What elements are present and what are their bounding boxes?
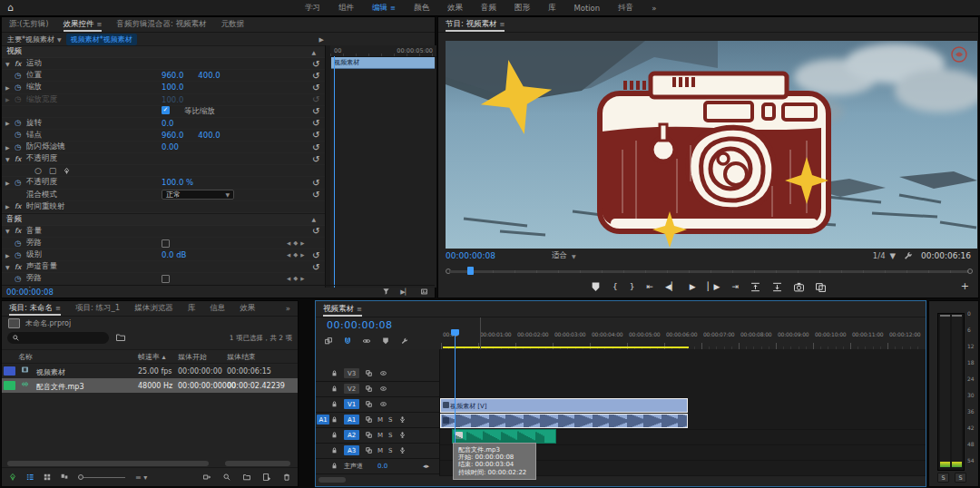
trash-icon[interactable] xyxy=(283,473,290,481)
expand-icon[interactable]: ▶ xyxy=(5,144,15,151)
tab-project-0[interactable]: 项目: 未命名≡ xyxy=(9,301,61,316)
property-value[interactable]: 400.0 xyxy=(198,71,220,80)
fit-dropdown[interactable]: 适合 ▼ xyxy=(552,250,576,261)
panel-menu-icon[interactable]: ≡ xyxy=(97,21,103,28)
workspace-tab-颜色[interactable]: 颜色 xyxy=(414,3,429,14)
workspace-overflow[interactable]: » xyxy=(652,4,656,13)
reset-parameter-icon[interactable]: ↺ xyxy=(312,130,319,140)
fx-badge-icon[interactable]: fx xyxy=(15,227,26,235)
effect-section-header[interactable]: 视频▲ xyxy=(2,45,325,58)
audio-track-header-A2[interactable]: A2MS xyxy=(316,427,439,444)
sync-lock-icon[interactable] xyxy=(366,432,372,438)
collapse-icon[interactable]: ▲ xyxy=(311,216,316,222)
tab-project-3[interactable]: 库 xyxy=(188,301,196,316)
property-value[interactable]: 960.0 xyxy=(162,71,183,80)
timeline-timecode[interactable]: 00:00:00:08 xyxy=(327,319,393,331)
effect-row[interactable]: ▼fx运动↺ xyxy=(2,58,325,70)
workspace-tab-音频[interactable]: 音频 xyxy=(481,3,496,14)
master-clip-label[interactable]: 主要*视频素材 xyxy=(7,34,54,44)
effect-row[interactable]: ▶fx时间重映射 xyxy=(2,201,325,213)
fx-badge-icon[interactable]: fx xyxy=(15,263,26,271)
video-track-header-V2[interactable]: V2 xyxy=(316,381,439,397)
mute-button[interactable]: M xyxy=(377,447,383,454)
icon-view-icon[interactable] xyxy=(44,473,51,481)
stopwatch-icon[interactable]: ◷ xyxy=(15,131,26,139)
tab-sequence[interactable]: 视频素材 ≡ xyxy=(323,302,362,317)
expand-icon[interactable]: ▶ xyxy=(5,203,15,210)
effect-row[interactable]: ▶◷缩放100.0↺ xyxy=(2,82,325,93)
column-header-3[interactable]: 媒体结束 xyxy=(227,352,256,362)
previous-keyframe-icon[interactable]: ◀ xyxy=(287,240,290,246)
play-button[interactable]: ▶ xyxy=(690,282,696,291)
label-color-chip[interactable] xyxy=(4,366,15,376)
bin-folder-icon[interactable] xyxy=(116,333,125,342)
lock-icon[interactable] xyxy=(331,416,338,423)
effect-row[interactable]: ◷锚点960.0400.0↺ xyxy=(2,130,325,142)
sync-lock-icon[interactable] xyxy=(366,386,372,392)
tab-project-2[interactable]: 媒体浏览器 xyxy=(134,301,173,316)
effect-row[interactable]: ▼fx声道音量↺ xyxy=(2,261,325,273)
workspace-tab-抖音[interactable]: 抖音 xyxy=(618,3,633,14)
button-editor-plus[interactable]: + xyxy=(961,280,969,292)
tab-panel[interactable]: 元数据 xyxy=(220,17,244,32)
zoom-slider[interactable] xyxy=(78,477,125,478)
workspace-tab-组件[interactable]: 组件 xyxy=(338,3,354,14)
solo-button-right[interactable]: S xyxy=(955,473,966,483)
freeform-view-icon[interactable] xyxy=(61,473,68,481)
tab-effect-controls[interactable]: 效果控件≡ xyxy=(64,17,103,32)
chevron-down-icon[interactable]: ▼ xyxy=(57,36,62,43)
column-header-2[interactable]: 媒体开始 xyxy=(178,352,207,362)
expand-icon[interactable]: ▼ xyxy=(5,264,15,270)
source-patch-A1[interactable]: A1 xyxy=(317,415,329,425)
master-track-header[interactable]: 主声道0.0◂▸ xyxy=(316,458,439,474)
linked-selection-icon[interactable] xyxy=(363,337,370,345)
workspace-tab-学习[interactable]: 学习 xyxy=(305,3,320,14)
reset-parameter-icon[interactable]: ↺ xyxy=(312,190,319,200)
expand-icon[interactable]: ▼ xyxy=(5,61,15,67)
find-icon[interactable] xyxy=(223,473,230,481)
effect-row[interactable]: ▶◷缩放宽度100.0↺ xyxy=(2,94,325,106)
lock-icon[interactable] xyxy=(331,386,338,392)
filter-properties-icon[interactable] xyxy=(383,288,389,295)
tab-project-4[interactable]: 信息 xyxy=(210,301,225,316)
expand-icon[interactable]: ▶ xyxy=(5,180,15,186)
mini-timeline-clip[interactable]: 视频素材 xyxy=(331,57,435,69)
add-marker-button[interactable] xyxy=(591,282,601,292)
property-value[interactable]: 100.0 % xyxy=(162,178,193,187)
track-badge-V2[interactable]: V2 xyxy=(344,384,359,394)
track-output-eye-icon[interactable] xyxy=(380,370,387,376)
ellipse-mask-icon[interactable]: ○ xyxy=(34,166,42,175)
reset-parameter-icon[interactable]: ↺ xyxy=(312,118,319,128)
tab-panel[interactable]: 源:(无剪辑) xyxy=(9,17,49,32)
effect-row[interactable]: ▶◷级别0.0 dB◀◆▶↺ xyxy=(2,249,325,261)
panel-menu-icon[interactable]: ≡ xyxy=(500,21,505,28)
add-keyframe-icon[interactable]: ◆ xyxy=(293,239,298,247)
sync-lock-icon[interactable] xyxy=(366,401,372,407)
sync-lock-icon[interactable] xyxy=(366,416,372,423)
table-row[interactable]: 配音文件.mp348000 Hz00:00:00:0000000:00:02.4… xyxy=(2,378,298,393)
compare-view-button[interactable] xyxy=(816,282,826,292)
list-view-icon[interactable] xyxy=(26,473,34,481)
effect-row[interactable]: ▼fx不透明度↺ xyxy=(2,153,325,165)
effect-row[interactable]: ▼fx音量↺ xyxy=(2,226,325,238)
property-value[interactable]: 0.0 xyxy=(162,119,174,128)
stopwatch-icon[interactable]: ◷ xyxy=(15,143,26,151)
stopwatch-icon[interactable]: ◷ xyxy=(15,83,26,92)
panel-menu-icon[interactable]: ≡ xyxy=(390,5,396,12)
program-scrubber[interactable] xyxy=(446,267,973,276)
settings-wrench-icon[interactable] xyxy=(904,251,913,260)
track-badge-V1[interactable]: V1 xyxy=(344,399,359,409)
workspace-tab-Motion[interactable]: Motion xyxy=(573,4,600,13)
pan-icon[interactable]: ◂▸ xyxy=(423,463,429,470)
playback-resolution-dropdown[interactable]: 1/4 ▼ xyxy=(873,251,896,260)
go-to-in-button[interactable]: ⇤ xyxy=(646,282,653,291)
effect-panel-timecode[interactable]: 00:00:00:08 xyxy=(6,288,54,297)
play-indicator-icon[interactable]: ▶▏ xyxy=(400,288,410,296)
solo-button[interactable]: S xyxy=(388,416,392,424)
mark-out-button[interactable]: } xyxy=(630,282,635,291)
sync-lock-icon[interactable] xyxy=(366,370,372,376)
panel-menu-icon[interactable]: ≡ xyxy=(357,306,362,313)
tab-program[interactable]: 节目: 视频素材 ≡ xyxy=(446,17,505,32)
property-value[interactable]: 0.0 dB xyxy=(162,250,186,259)
audio-track-header-A1[interactable]: A1A1MS xyxy=(316,412,439,428)
